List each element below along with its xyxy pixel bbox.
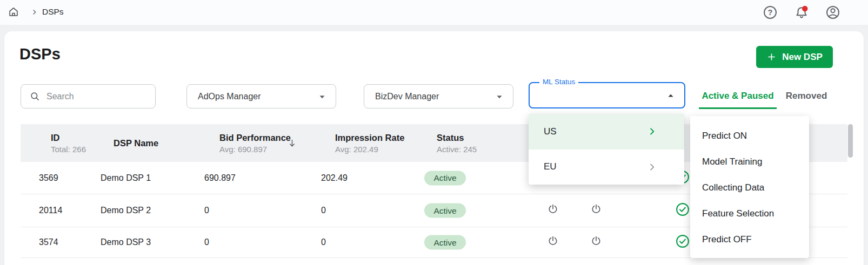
chevron-up-icon bbox=[665, 90, 677, 101]
check-circle-icon bbox=[676, 202, 690, 219]
chevron-down-icon bbox=[493, 91, 505, 103]
column-title: Bid Performance bbox=[219, 132, 291, 144]
adops-manager-value: AdOps Manager bbox=[198, 92, 316, 101]
check-circle-icon bbox=[676, 234, 690, 251]
power-toggle-icon[interactable] bbox=[590, 203, 603, 218]
status-badge: Active bbox=[424, 203, 466, 218]
new-dsp-button-label: New DSP bbox=[782, 52, 823, 63]
account-icon[interactable] bbox=[825, 5, 840, 20]
menu-item-us[interactable]: US bbox=[529, 114, 684, 150]
cell-impression-rate: 0 bbox=[321, 237, 326, 247]
new-dsp-button[interactable]: New DSP bbox=[756, 46, 833, 68]
column-header-bid-performance[interactable]: Bid Performance Avg: 690.897 bbox=[219, 124, 291, 162]
help-icon[interactable]: ? bbox=[763, 5, 778, 20]
notification-badge-dot bbox=[802, 6, 808, 12]
tab-active-paused[interactable]: Active & Paused bbox=[699, 84, 777, 108]
cell-id: 3574 bbox=[39, 237, 58, 247]
breadcrumb-chevron-icon bbox=[30, 8, 38, 16]
cell-impression-rate: 0 bbox=[321, 206, 326, 215]
tab-removed-label: Removed bbox=[786, 91, 827, 101]
power-toggle-icon[interactable] bbox=[547, 203, 559, 218]
menu-item-label: EU bbox=[544, 161, 647, 172]
bizdev-manager-value: BizDev Manager bbox=[375, 92, 493, 101]
menu-item-eu[interactable]: EU bbox=[529, 150, 684, 185]
power-toggle-icon[interactable] bbox=[590, 235, 603, 250]
menu-item-feature-selection[interactable]: Feature Selection bbox=[690, 201, 809, 227]
cell-id: 3569 bbox=[39, 173, 58, 183]
status-badge: Active bbox=[424, 235, 466, 250]
menu-item-predict-on[interactable]: Predict ON bbox=[690, 123, 809, 149]
column-header-status: Status Active: 245 bbox=[437, 124, 477, 162]
column-subtitle: Avg: 202.49 bbox=[335, 145, 404, 154]
chevron-down-icon bbox=[316, 91, 328, 103]
tab-active-paused-label: Active & Paused bbox=[702, 91, 773, 101]
topbar: DSPs ? bbox=[0, 0, 868, 25]
column-subtitle: Total: 266 bbox=[51, 145, 86, 154]
cell-dsp-name: Demo DSP 3 bbox=[101, 237, 151, 247]
breadcrumb-current: DSPs bbox=[42, 7, 64, 17]
column-subtitle: Active: 245 bbox=[437, 145, 477, 154]
column-subtitle: Avg: 690.897 bbox=[219, 145, 291, 154]
vertical-scrollbar-thumb[interactable] bbox=[848, 124, 853, 158]
ml-status-select[interactable]: ML Status bbox=[529, 82, 685, 108]
chevron-right-icon bbox=[647, 126, 657, 137]
column-title: ID bbox=[51, 132, 86, 144]
plus-icon bbox=[766, 52, 777, 62]
column-header-id: ID Total: 266 bbox=[51, 124, 86, 162]
column-title: DSP Name bbox=[113, 138, 158, 149]
chevron-right-icon bbox=[647, 162, 657, 172]
bizdev-manager-select[interactable]: BizDev Manager bbox=[364, 84, 513, 108]
sort-descending-icon[interactable] bbox=[287, 138, 297, 151]
active-tab-underline bbox=[699, 107, 777, 109]
status-badge: Active bbox=[424, 171, 466, 185]
menu-item-predict-off[interactable]: Predict OFF bbox=[690, 227, 809, 253]
search-icon bbox=[29, 91, 41, 103]
search-input[interactable] bbox=[46, 85, 158, 108]
cell-bid-performance: 690.897 bbox=[204, 173, 236, 183]
tab-removed[interactable]: Removed bbox=[780, 84, 832, 108]
cell-bid-performance: 0 bbox=[204, 206, 209, 215]
cell-dsp-name: Demo DSP 1 bbox=[101, 173, 151, 183]
ml-status-options-menu: Predict ON Model Training Collecting Dat… bbox=[690, 116, 809, 258]
home-icon[interactable] bbox=[8, 6, 19, 18]
adops-manager-select[interactable]: AdOps Manager bbox=[186, 84, 336, 108]
svg-text:?: ? bbox=[768, 8, 773, 17]
column-header-dsp-name: DSP Name bbox=[113, 124, 158, 162]
content-card: DSPs New DSP AdOps Manager BizDev Manage… bbox=[4, 31, 864, 265]
column-title: Status bbox=[437, 132, 477, 144]
cell-impression-rate: 202.49 bbox=[321, 173, 348, 183]
cell-id: 20114 bbox=[39, 206, 62, 215]
page-title: DSPs bbox=[19, 45, 61, 63]
power-toggle-icon[interactable] bbox=[547, 235, 559, 250]
cell-dsp-name: Demo DSP 2 bbox=[101, 206, 151, 215]
ml-status-label: ML Status bbox=[539, 78, 578, 86]
menu-item-model-training[interactable]: Model Training bbox=[690, 149, 809, 175]
cell-bid-performance: 0 bbox=[204, 237, 209, 247]
menu-item-collecting-data[interactable]: Collecting Data bbox=[690, 175, 809, 201]
notifications-icon[interactable] bbox=[794, 5, 809, 20]
column-title: Impression Rate bbox=[335, 132, 404, 144]
column-header-impression-rate: Impression Rate Avg: 202.49 bbox=[335, 124, 404, 162]
menu-item-label: US bbox=[544, 126, 647, 137]
search-field bbox=[21, 84, 156, 108]
ml-status-region-menu: US EU bbox=[529, 114, 684, 185]
